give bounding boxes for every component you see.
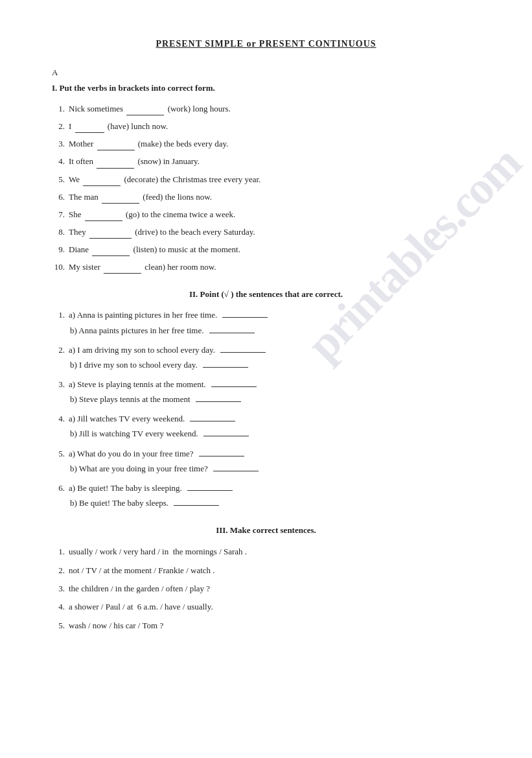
section-I-list: 1. Nick sometimes (work) long hours. 2. … (52, 102, 480, 274)
pair-item: 1. a) Anna is painting pictures in her f… (52, 309, 480, 337)
list-item: 5. wash / now / his car / Tom ? (52, 619, 480, 632)
list-item: 8. They (drive) to the beach every Satur… (52, 226, 480, 239)
list-item: 1. usually / work / very hard / in the m… (52, 545, 480, 558)
list-item: 9. Diane (listen) to music at the moment… (52, 243, 480, 256)
list-item: 3. the children / in the garden / often … (52, 582, 480, 595)
list-item: 2. not / TV / at the moment / Frankie / … (52, 563, 480, 577)
list-item: 5. We (decorate) the Christmas tree ever… (52, 173, 480, 186)
list-item: 4. It often (snow) in January. (52, 155, 480, 168)
list-item: 2. I (have) lunch now. (52, 120, 480, 133)
section-III-list: 1. usually / work / very hard / in the m… (52, 545, 480, 632)
pair-item: 4. a) Jill watches TV every weekend. b) … (52, 412, 480, 440)
section-III-heading: III. Make correct sentences. (52, 525, 480, 536)
list-item: 3. Mother (make) the beds every day. (52, 137, 480, 150)
section-II-heading: II. Point (√ ) the sentences that are co… (52, 289, 480, 300)
pair-item: 3. a) Steve is playing tennis at the mom… (52, 378, 480, 406)
list-item: 4. a shower / Paul / at 6 a.m. / have / … (52, 600, 480, 613)
pair-item: 5. a) What do you do in your free time? … (52, 447, 480, 475)
list-item: 10. My sister clean) her room now. (52, 261, 480, 274)
pair-item: 6. a) Be quiet! The baby is sleeping. b)… (52, 482, 480, 510)
section-I-heading: I. Put the verbs in brackets into correc… (52, 83, 480, 93)
section-letter: A (52, 67, 480, 78)
list-item: 1. Nick sometimes (work) long hours. (52, 102, 480, 115)
list-item: 7. She (go) to the cinema twice a week. (52, 208, 480, 221)
pair-item: 2. a) I am driving my son to school ever… (52, 344, 480, 372)
page-title: PRESENT SIMPLE or PRESENT CONTINUOUS (52, 39, 480, 49)
section-II-list: 1. a) Anna is painting pictures in her f… (52, 309, 480, 510)
list-item: 6. The man (feed) the lions now. (52, 191, 480, 204)
